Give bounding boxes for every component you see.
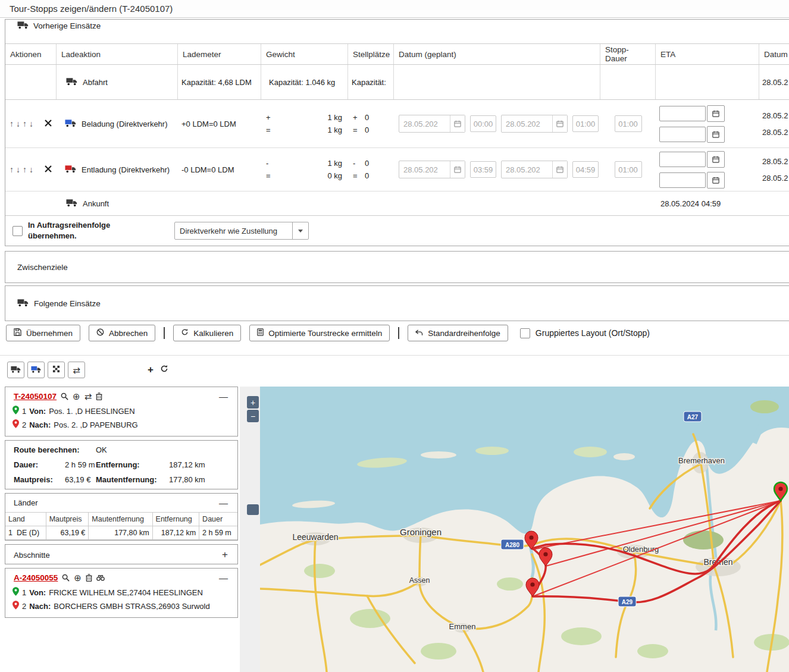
search-icon[interactable] [61, 392, 68, 400]
entladung-lademeter: -0 LDM=0 LDM [178, 148, 261, 191]
move-down-icon[interactable]: ↓ [29, 119, 34, 128]
add-button[interactable]: + [146, 364, 155, 376]
laender-col-land: Land [5, 513, 46, 526]
expand-icon[interactable]: + [222, 549, 228, 561]
move-icon[interactable] [45, 120, 52, 128]
move-icon[interactable] [45, 165, 52, 174]
calendar-icon[interactable] [707, 151, 725, 168]
city-label-emmen: Emmen [449, 622, 476, 631]
calendar-icon[interactable] [450, 161, 465, 178]
map-toolbar: ⇄ + [7, 362, 170, 378]
move-down-icon[interactable]: ↓ [15, 119, 21, 128]
collapse-icon[interactable]: — [219, 391, 228, 401]
laender-table: Land Mautpreis Mautentfernung Entfernung… [5, 512, 237, 540]
truck-alt-icon [31, 366, 41, 375]
entladung-plan-to-date-input[interactable] [502, 161, 552, 178]
swap-view-button[interactable]: ⇄ [68, 362, 85, 378]
move-up-icon[interactable]: ↑ [9, 165, 14, 174]
motorway-badge-a27: A27 [684, 412, 702, 422]
table-row-ankunft: Ankunft 28.05.2024 04:59 [5, 191, 789, 216]
search-icon[interactable] [62, 574, 70, 582]
calendar-icon[interactable] [707, 126, 725, 143]
calendar-icon[interactable] [552, 161, 567, 178]
calendar-icon[interactable] [450, 115, 465, 132]
gruppiertes-layout-checkbox[interactable] [520, 328, 530, 338]
move-up-icon[interactable]: ↑ [9, 119, 14, 128]
map-splitter-gutter: + − [240, 387, 260, 672]
previous-deployments-section[interactable]: Vorherige Einsätze [5, 20, 789, 44]
move-up-icon[interactable]: ↑ [22, 165, 27, 174]
window-title-bar: Tour-Stopps zeigen/ändern (T-24050107) [0, 0, 789, 18]
entladung-plan-to-time-input[interactable] [572, 161, 599, 178]
entladung-plan-from-date-input[interactable] [399, 161, 450, 178]
calendar-icon[interactable] [707, 172, 725, 189]
city-label-assen: Assen [409, 576, 430, 585]
mautpreis-label: Mautpreis: [14, 475, 65, 484]
zoom-out-button[interactable]: − [247, 410, 259, 422]
beladung-eta-to-input[interactable] [659, 127, 706, 142]
abbrechen-button[interactable]: Abbrechen [89, 325, 155, 341]
laender-col-dauer: Dauer [199, 513, 237, 526]
tour-stops-container: Vorherige Einsätze Aktionen Ladeaktion L… [5, 19, 789, 246]
kalkulieren-button[interactable]: Kalkulieren [173, 325, 241, 341]
crosshair-icon[interactable]: ⊕ [74, 573, 82, 582]
uebernehmen-button[interactable]: Übernehmen [6, 325, 80, 341]
entladung-eta-to-input[interactable] [659, 172, 706, 188]
laender-col-entfernung: Entfernung [152, 513, 199, 526]
col-header-ladeaktion: Ladeaktion [57, 44, 178, 64]
laender-title: Länder [14, 498, 37, 507]
beladung-stopp-dauer-input[interactable] [615, 115, 642, 132]
calendar-icon[interactable] [707, 105, 725, 122]
folgende-einsaetze-section[interactable]: Folgende Einsätze [5, 285, 789, 321]
beladung-plan-to-date-input[interactable] [502, 115, 552, 132]
direktverkehr-select[interactable]: Direktverkehr wie Zustellung [174, 222, 309, 240]
calendar-icon[interactable] [552, 115, 567, 132]
chevron-down-icon[interactable] [292, 222, 308, 239]
ankunft-label: Ankunft [83, 199, 109, 208]
red-pin-icon [12, 601, 19, 611]
auftragsreihenfolge-checkbox[interactable] [12, 226, 23, 236]
trash-icon[interactable] [96, 392, 102, 400]
crosshair-icon[interactable]: ⊕ [73, 392, 80, 401]
col-header-lademeter: Lademeter [178, 44, 261, 64]
green-pin-icon [12, 406, 19, 416]
map-canvas: Leeuwarden Groningen Assen Emmen Oldenbu… [260, 387, 789, 672]
refresh-button[interactable] [158, 364, 170, 376]
folgende-einsaetze-label: Folgende Einsätze [34, 299, 101, 308]
beladung-plan-from-time-input[interactable] [470, 115, 496, 132]
order-id-link[interactable]: A-24050055 [14, 573, 58, 582]
swap-icon[interactable]: ⇄ [84, 392, 92, 401]
beladung-plan-to-time-input[interactable] [572, 115, 599, 132]
show-tours-button[interactable] [7, 362, 24, 378]
truck-icon [17, 21, 29, 31]
grouped-view-button[interactable] [48, 362, 65, 378]
trash-icon[interactable] [86, 574, 92, 582]
mautpreis-value: 63,19 € [65, 475, 96, 484]
svg-text:A27: A27 [687, 414, 699, 420]
beladung-plan-from-date-input[interactable] [399, 115, 450, 132]
move-down-icon[interactable]: ↓ [29, 165, 34, 174]
binoculars-icon[interactable] [96, 574, 105, 581]
separator [164, 327, 165, 339]
collapse-icon[interactable]: — [219, 498, 228, 508]
tour-id-link[interactable]: T-24050107 [14, 392, 57, 401]
entladung-eta-from-input[interactable] [659, 152, 706, 167]
optimierte-tourstrecke-button[interactable]: Optimierte Tourstrecke ermitteln [249, 325, 390, 341]
entladung-stopp-dauer-input[interactable] [615, 161, 642, 178]
beladung-eta-from-input[interactable] [659, 106, 706, 121]
move-down-icon[interactable]: ↓ [15, 165, 21, 174]
route-panel: T-24050107 ⊕ ⇄ — 1Von: Pos. 1. ,D HEESLI… [5, 387, 238, 621]
svg-text:A280: A280 [505, 542, 519, 548]
splitter-handle-icon[interactable] [247, 504, 259, 515]
mautentfernung-label: Mautentfernung: [96, 475, 169, 484]
route-map[interactable]: Leeuwarden Groningen Assen Emmen Oldenbu… [260, 387, 789, 672]
move-up-icon[interactable]: ↑ [22, 119, 27, 128]
zoom-in-button[interactable]: + [247, 396, 259, 409]
collapse-icon[interactable]: — [219, 573, 228, 583]
standardreihenfolge-button[interactable]: Standardreihenfolge [408, 325, 508, 341]
zwischenziele-section[interactable]: Zwischenziele [5, 251, 789, 283]
entladung-datum-col: 28.05.2 28.05.2 [759, 148, 789, 191]
beladung-datum-col: 28.05.2 28.05.2 [759, 100, 789, 147]
show-orders-button[interactable] [27, 362, 45, 378]
entladung-plan-from-time-input[interactable] [470, 161, 496, 178]
